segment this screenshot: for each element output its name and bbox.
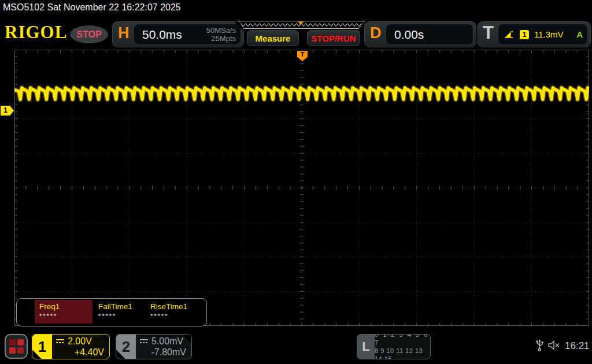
logic-row-0-7: 0 1 2 3 4 5 6 7 [375,334,430,347]
channel1-status-block[interactable]: 1 2.00V +4.40V [32,334,110,359]
measurement-panel[interactable]: Freq1 ***** FallTime1 ***** RiseTime1 **… [16,298,207,326]
measurement-value: ***** [150,313,204,320]
logic-channel-list: 0 1 2 3 4 5 6 7 8 9 10 11 12 13 14 15 [375,335,430,359]
trigger-source-badge: 1 [520,30,529,39]
channel1-values: 2.00V +4.40V [52,335,109,359]
horizontal-inset: 50.0ms 50MSa/s 25Mpts [134,24,241,45]
measure-button[interactable]: Measure [247,30,299,46]
trigger-settings-tab[interactable]: T 1 11.3mV A [478,21,591,47]
waveform-overview-strip[interactable] [239,21,365,29]
trigger-mode-indicator: A [576,29,583,39]
delay-value: 0.00s [394,28,424,42]
menu-square [9,339,16,346]
horizontal-label: H [118,24,130,42]
menu-square [17,339,24,346]
measurement-value: ***** [98,313,151,320]
measurement-falltime1[interactable]: FallTime1 ***** [94,300,151,324]
delay-settings-tab[interactable]: D 0.00s [364,21,476,47]
logic-analyzer-block[interactable]: L 0 1 2 3 4 5 6 7 8 9 10 11 12 13 14 15 [357,334,431,359]
logic-label: L [357,335,375,359]
dc-coupling-icon [139,339,149,344]
rigol-logo: RIGOL [5,22,67,43]
model-and-datetime: MSO5102 Sat November 22 16:22:07 2025 [3,2,181,13]
acquisition-info: 50MSa/s 25Mpts [206,27,236,43]
channel1-scale: 2.00V [68,336,92,347]
clock: 16:21 [565,340,590,352]
trigger-label: T [483,23,494,43]
measurement-label: FallTime1 [98,302,151,311]
measurement-freq1[interactable]: Freq1 ***** [35,300,92,324]
logic-row-8-15: 8 9 10 11 12 13 14 15 [375,347,430,359]
channel1-ground-marker[interactable]: 1 [1,106,14,116]
menu-square [9,347,16,354]
measurement-value: ***** [39,313,92,320]
usb-icon [535,338,544,352]
delay-inset: 0.00s [386,24,473,45]
channel2-scale: 5.00mV [151,336,183,347]
measurement-risetime1[interactable]: RiseTime1 ***** [146,300,204,324]
overview-waveform-icon [239,21,365,29]
channel2-values: 5.00mV -7.80mV [136,335,191,359]
menu-square [17,347,24,354]
memory-depth: 25Mpts [211,34,236,43]
acquisition-state-badge: STOP [70,25,108,43]
channel1-offset: +4.40V [56,347,104,358]
sample-rate: 50MSa/s [206,26,236,35]
horizontal-settings-tab[interactable]: H 50.0ms 50MSa/s 25Mpts [112,21,244,47]
trigger-level-value: 11.3mV [534,29,564,39]
stop-run-button[interactable]: STOP/RUN [307,30,360,46]
measurement-label: RiseTime1 [150,302,204,311]
dc-coupling-icon [56,339,65,344]
trigger-inset: 1 11.3mV A [498,24,588,45]
oscilloscope-screen: MSO5102 Sat November 22 16:22:07 2025 RI… [0,0,592,364]
slope-falling-icon [503,30,515,39]
channel2-status-block[interactable]: 2 5.00mV -7.80mV [116,334,192,359]
timebase-value: 50.0ms [142,28,182,42]
speaker-muted-icon [548,340,561,350]
menu-grid-icon[interactable] [5,334,28,359]
channel2-offset: -7.80mV [139,347,186,358]
delay-label: D [370,24,382,42]
graticule-and-waveform [14,50,589,326]
measurement-label: Freq1 [39,302,92,311]
